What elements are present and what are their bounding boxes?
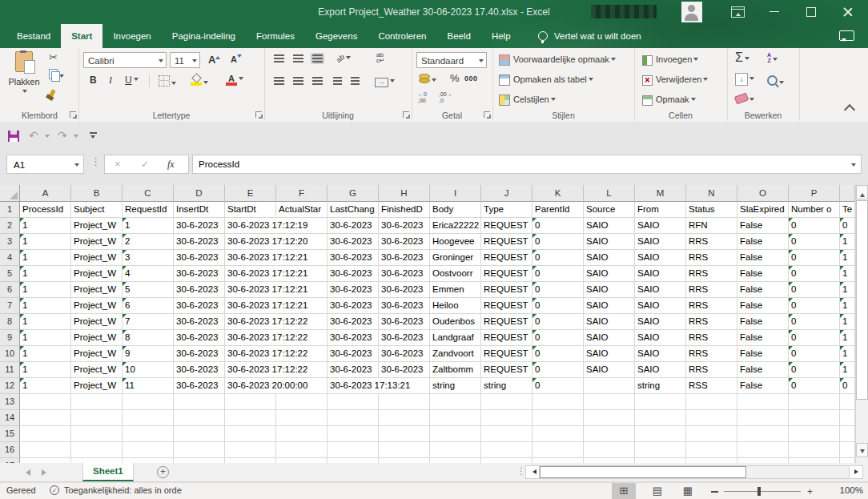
column-header-N[interactable]: N: [686, 185, 737, 202]
cell[interactable]: SAIO: [635, 250, 686, 266]
formula-input[interactable]: ProcessId: [192, 155, 862, 174]
cell[interactable]: Source: [584, 202, 635, 218]
cell[interactable]: 30-6-2023: [174, 234, 225, 250]
cell[interactable]: RRS: [686, 298, 737, 314]
cell[interactable]: Project_W: [71, 298, 123, 314]
cell[interactable]: [686, 442, 737, 458]
cell[interactable]: 0: [532, 266, 584, 282]
column-header-partial[interactable]: [840, 185, 855, 202]
font-size-select[interactable]: 11: [170, 52, 200, 68]
cell[interactable]: string: [430, 378, 481, 394]
cell[interactable]: 1: [20, 314, 71, 330]
cell[interactable]: 11: [123, 378, 174, 394]
minimize-button[interactable]: [761, 0, 788, 24]
redo-dropdown[interactable]: [74, 135, 78, 140]
decrease-indent-button[interactable]: [333, 77, 342, 87]
cell[interactable]: RRS: [686, 346, 737, 362]
cell[interactable]: SlaExpired: [737, 202, 789, 218]
cell[interactable]: 0: [789, 266, 840, 282]
cell[interactable]: 0: [532, 330, 584, 346]
cell[interactable]: REQUEST: [481, 330, 532, 346]
cell[interactable]: ParentId: [532, 202, 584, 218]
accounting-format-button[interactable]: [418, 73, 436, 85]
cell[interactable]: 30-6-2023: [174, 250, 225, 266]
cell[interactable]: 30-6-2023: [379, 266, 430, 282]
cell[interactable]: 30-6-2023 17:12:21: [225, 298, 276, 314]
cell[interactable]: StartDt: [225, 202, 276, 218]
cell[interactable]: [20, 394, 71, 410]
cell[interactable]: 0: [532, 362, 584, 378]
cell[interactable]: 30-6-2023: [379, 234, 430, 250]
cell[interactable]: 0: [789, 282, 840, 298]
enter-button[interactable]: ✓: [141, 155, 149, 173]
borders-button[interactable]: [159, 75, 176, 88]
dialog-launcher-uitlijning[interactable]: [403, 111, 409, 118]
cell[interactable]: RRS: [686, 282, 737, 298]
cell[interactable]: 4: [123, 266, 174, 282]
wrap-text-button[interactable]: ab c↵: [376, 52, 385, 64]
cell[interactable]: 30-6-2023: [379, 362, 430, 378]
column-header-G[interactable]: G: [328, 185, 379, 202]
cell[interactable]: 30-6-2023 17:12:21: [225, 282, 276, 298]
cell[interactable]: RRS: [686, 314, 737, 330]
align-bottom-button[interactable]: [312, 54, 323, 64]
zoom-out-button[interactable]: [711, 491, 718, 493]
cell[interactable]: Project_W: [71, 346, 123, 362]
cell[interactable]: SAIO: [584, 298, 635, 314]
cell[interactable]: [481, 410, 532, 426]
cell[interactable]: [532, 394, 584, 410]
cell[interactable]: RRS: [686, 362, 737, 378]
cell[interactable]: [71, 410, 123, 426]
cell[interactable]: SAIO: [584, 346, 635, 362]
cell[interactable]: 30-6-2023 20:00:00: [225, 378, 276, 394]
formula-bar-splitter[interactable]: ⋮: [90, 155, 101, 167]
cell[interactable]: 30-6-2023 17:12:20: [225, 234, 276, 250]
row-header-4[interactable]: 4: [0, 250, 20, 266]
horizontal-scroll-thumb[interactable]: [540, 466, 746, 478]
cell[interactable]: 0: [532, 218, 584, 234]
underline-button[interactable]: U: [125, 74, 139, 86]
cell[interactable]: 10: [123, 362, 174, 378]
cell[interactable]: 3: [123, 250, 174, 266]
cell[interactable]: [789, 394, 840, 410]
align-center-button[interactable]: [293, 77, 303, 87]
comma-style-button[interactable]: 000: [464, 74, 478, 82]
cell[interactable]: [584, 378, 635, 394]
insert-function-button[interactable]: fx: [167, 155, 175, 173]
cell[interactable]: Heiloo: [430, 298, 481, 314]
cell[interactable]: 0: [532, 346, 584, 362]
cell[interactable]: 0: [532, 314, 584, 330]
cell[interactable]: 7: [123, 314, 174, 330]
cell[interactable]: 30-6-2023: [379, 250, 430, 266]
row-header-3[interactable]: 3: [0, 234, 20, 250]
view-page-break-button[interactable]: ▦: [676, 483, 700, 499]
undo-dropdown[interactable]: [45, 135, 50, 140]
cell[interactable]: [789, 442, 840, 458]
cell[interactable]: 0: [532, 298, 584, 314]
cell[interactable]: [379, 426, 430, 442]
format-as-table-button[interactable]: Opmaken als tabel: [499, 74, 593, 86]
copy-button[interactable]: [49, 69, 64, 81]
cell[interactable]: [840, 394, 855, 410]
cell[interactable]: 0: [532, 234, 584, 250]
cell[interactable]: False: [737, 250, 789, 266]
column-header-B[interactable]: B: [71, 185, 123, 202]
cell[interactable]: [430, 410, 481, 426]
cell[interactable]: [123, 426, 174, 442]
column-header-H[interactable]: H: [379, 185, 430, 202]
cell[interactable]: 30-6-2023: [328, 282, 379, 298]
cell[interactable]: RSS: [686, 378, 737, 394]
cell[interactable]: 8: [123, 330, 174, 346]
cell[interactable]: Oostvoorr: [430, 266, 481, 282]
orientation-button[interactable]: ab: [336, 53, 351, 62]
cell[interactable]: 30-6-2023: [379, 282, 430, 298]
cell[interactable]: 0: [789, 234, 840, 250]
cell[interactable]: Project_W: [71, 234, 123, 250]
vertical-scrollbar[interactable]: [855, 185, 868, 463]
cell[interactable]: [276, 410, 328, 426]
row-header-16[interactable]: 16: [0, 442, 20, 458]
cell[interactable]: 1: [123, 218, 174, 234]
collapse-ribbon-icon[interactable]: [844, 104, 855, 115]
cell[interactable]: [20, 410, 71, 426]
cell[interactable]: [584, 394, 635, 410]
